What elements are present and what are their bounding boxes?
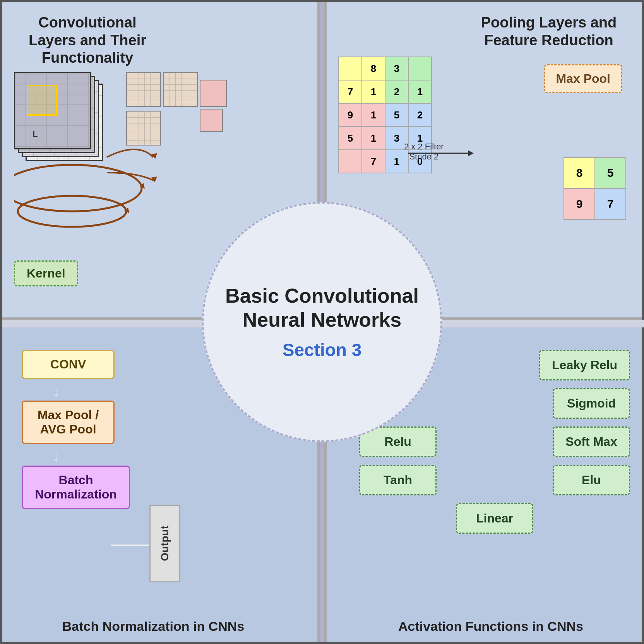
feat-map-1 bbox=[126, 72, 161, 107]
feat-map-3 bbox=[126, 111, 161, 146]
act-row-4: Tanh Elu bbox=[359, 465, 630, 495]
output-maps bbox=[200, 80, 227, 134]
pool-cell: 1 bbox=[408, 80, 432, 103]
pool-cell: 2 bbox=[385, 80, 408, 103]
br-title: Activation Functions in CNNs bbox=[344, 619, 638, 634]
result-cell: 8 bbox=[564, 158, 595, 188]
act-leaky-relu: Leaky Relu bbox=[539, 350, 630, 380]
flow-arrow-1: ↓ bbox=[53, 384, 130, 400]
svg-marker-5 bbox=[140, 183, 145, 189]
main-container: Convolutional Layers and Their Functiona… bbox=[0, 0, 644, 644]
pool-cell: 8 bbox=[362, 57, 385, 80]
center-title: Basic Convolutional Neural Networks bbox=[204, 284, 440, 332]
pool-cell bbox=[408, 57, 432, 80]
svg-point-1 bbox=[14, 165, 142, 211]
result-cell: 9 bbox=[564, 188, 595, 219]
pool-box: Max Pool / AVG Pool bbox=[22, 401, 115, 444]
svg-marker-8 bbox=[468, 150, 474, 156]
svg-marker-2 bbox=[151, 153, 157, 159]
pool-cell bbox=[339, 150, 362, 173]
tr-title: Pooling Layers and Feature Reduction bbox=[468, 14, 630, 49]
pool-cell: 1 bbox=[362, 103, 385, 127]
out-map-1 bbox=[200, 80, 227, 107]
feature-maps bbox=[126, 72, 198, 146]
conv-box: CONV bbox=[22, 350, 115, 379]
feat-map-2 bbox=[163, 72, 198, 107]
result-cell: 7 bbox=[595, 188, 626, 219]
center-circle: Basic Convolutional Neural Networks Sect… bbox=[202, 202, 442, 442]
svg-marker-4 bbox=[124, 207, 129, 213]
act-elu: Elu bbox=[553, 465, 630, 495]
act-linear: Linear bbox=[456, 503, 533, 534]
kernel-window bbox=[27, 85, 58, 116]
pool-cell: 9 bbox=[339, 103, 362, 127]
pool-cell: 1 bbox=[362, 127, 385, 150]
result-table: 8 5 9 7 bbox=[564, 157, 626, 220]
act-tanh: Tanh bbox=[359, 465, 437, 495]
result-grid: 8 5 9 7 bbox=[564, 157, 626, 220]
out-map-2 bbox=[200, 109, 223, 132]
output-text: Output bbox=[159, 526, 171, 561]
pool-cell: 2 bbox=[408, 103, 432, 127]
kernel-box: Kernel bbox=[14, 260, 78, 286]
act-sigmoid: Sigmoid bbox=[553, 388, 630, 419]
result-cell: 5 bbox=[595, 158, 626, 188]
pool-cell: 7 bbox=[362, 150, 385, 173]
act-row-3: Relu Soft Max bbox=[359, 426, 630, 457]
pool-cell: 7 bbox=[339, 80, 362, 103]
output-box: Output bbox=[149, 505, 180, 582]
center-subtitle: Section 3 bbox=[283, 339, 362, 360]
maxpool-box: Max Pool bbox=[544, 64, 622, 93]
pool-cell: 3 bbox=[385, 57, 408, 80]
svg-marker-3 bbox=[151, 176, 157, 182]
pool-cell bbox=[339, 57, 362, 80]
flow-diagram: CONV ↓ Max Pool / AVG Pool ↓ Batch Norma… bbox=[22, 350, 130, 513]
pool-cell: 1 bbox=[362, 80, 385, 103]
pool-cell: 5 bbox=[385, 103, 408, 127]
pool-cell: 5 bbox=[339, 127, 362, 150]
conv-diagram: L bbox=[10, 68, 235, 184]
tl-title: Convolutional Layers and Their Functiona… bbox=[14, 14, 161, 67]
bl-title: Batch Normalization in CNNs bbox=[6, 619, 300, 634]
act-softmax: Soft Max bbox=[553, 426, 630, 457]
svg-point-0 bbox=[18, 196, 126, 227]
act-row-5: Linear bbox=[359, 503, 630, 534]
batch-box: Batch Normalization bbox=[22, 466, 130, 509]
flow-arrow-2: ↓ bbox=[53, 449, 130, 465]
